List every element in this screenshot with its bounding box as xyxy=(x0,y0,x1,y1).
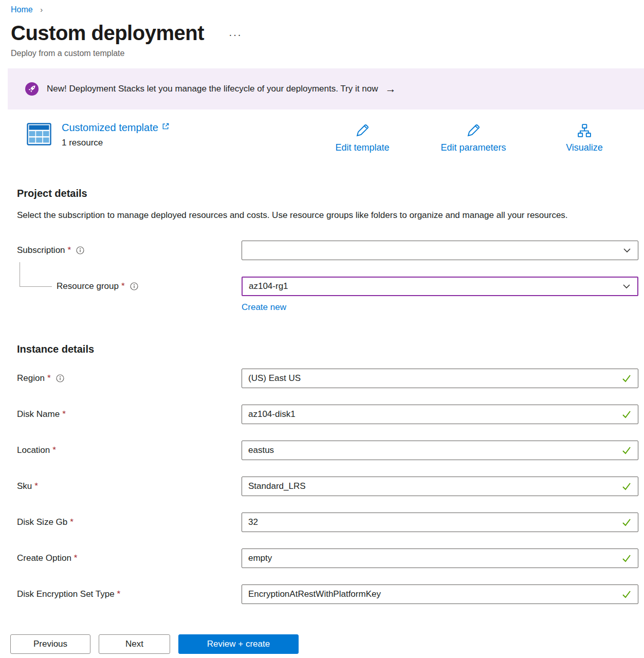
region-field-row: Region * (US) East US xyxy=(17,369,644,388)
next-button[interactable]: Next xyxy=(99,634,170,654)
disk-name-value: az104-disk1 xyxy=(248,409,621,419)
edit-parameters-label: Edit parameters xyxy=(440,142,506,153)
pencil-icon xyxy=(355,123,370,138)
info-icon[interactable] xyxy=(130,282,138,290)
valid-check-icon xyxy=(621,589,632,599)
banner-message: New! Deployment Stacks let you manage th… xyxy=(47,84,378,94)
breadcrumb-separator-icon: › xyxy=(40,5,43,14)
title-row: Custom deployment ··· xyxy=(0,22,644,45)
location-label: Location xyxy=(17,445,50,455)
region-value: (US) East US xyxy=(248,373,621,383)
disk-size-value: 32 xyxy=(248,517,621,527)
sku-value: Standard_LRS xyxy=(248,481,621,491)
chevron-down-icon xyxy=(622,246,632,255)
arrow-right-icon[interactable]: → xyxy=(385,83,396,95)
required-asterisk: * xyxy=(121,281,125,291)
template-resource-count: 1 resource xyxy=(62,138,170,148)
template-card: Customized template 1 resource Edit temp… xyxy=(27,122,617,155)
review-create-button[interactable]: Review + create xyxy=(178,634,299,654)
disk-encryption-set-type-field-row: Disk Encryption Set Type * EncryptionAtR… xyxy=(17,584,644,604)
resource-group-value: az104-rg1 xyxy=(249,281,622,291)
sku-label: Sku xyxy=(17,481,32,491)
region-input[interactable]: (US) East US xyxy=(242,369,638,388)
disk-size-input[interactable]: 32 xyxy=(242,513,638,532)
rocket-icon xyxy=(25,82,39,96)
valid-check-icon xyxy=(621,445,632,455)
customized-template-link[interactable]: Customized template xyxy=(62,122,158,134)
subscription-dropdown[interactable] xyxy=(242,241,638,260)
visualize-button[interactable]: Visualize xyxy=(543,123,625,153)
instance-details-heading: Instance details xyxy=(17,343,644,355)
project-details-description: Select the subscription to manage deploy… xyxy=(17,209,608,222)
edit-template-label: Edit template xyxy=(335,142,389,153)
breadcrumb-home-link[interactable]: Home xyxy=(11,5,33,14)
required-asterisk: * xyxy=(68,245,71,255)
external-link-icon xyxy=(162,122,170,130)
chevron-down-icon xyxy=(622,282,631,291)
disk-size-label: Disk Size Gb xyxy=(17,517,67,527)
disk-encryption-set-type-value: EncryptionAtRestWithPlatformKey xyxy=(248,589,621,599)
footer-action-bar: Previous Next Review + create xyxy=(0,621,644,658)
sku-input[interactable]: Standard_LRS xyxy=(242,477,638,496)
edit-template-button[interactable]: Edit template xyxy=(321,123,403,153)
create-new-link[interactable]: Create new xyxy=(242,302,286,313)
region-label: Region xyxy=(17,373,45,383)
create-option-label: Create Option xyxy=(17,553,71,563)
location-field-row: Location * eastus xyxy=(17,441,644,460)
create-option-field-row: Create Option * empty xyxy=(17,549,644,568)
create-option-input[interactable]: empty xyxy=(242,549,638,568)
hierarchy-icon xyxy=(577,123,592,138)
disk-name-label: Disk Name xyxy=(17,409,60,419)
required-asterisk: * xyxy=(47,373,51,383)
breadcrumb: Home › xyxy=(0,0,644,14)
location-input[interactable]: eastus xyxy=(242,441,638,460)
subscription-label: Subscription xyxy=(17,245,65,255)
sku-field-row: Sku * Standard_LRS xyxy=(17,477,644,496)
valid-check-icon xyxy=(621,553,632,563)
location-value: eastus xyxy=(248,445,621,455)
subscription-field-row: Subscription * xyxy=(17,241,644,260)
disk-size-field-row: Disk Size Gb * 32 xyxy=(17,513,644,532)
required-asterisk: * xyxy=(74,553,78,563)
required-asterisk: * xyxy=(70,517,73,527)
create-option-value: empty xyxy=(248,553,621,563)
required-asterisk: * xyxy=(34,481,38,491)
valid-check-icon xyxy=(621,373,632,383)
resource-group-dropdown[interactable]: az104-rg1 xyxy=(242,277,638,296)
required-asterisk: * xyxy=(62,409,66,419)
pencil-icon xyxy=(466,123,481,138)
template-meta: Customized template 1 resource xyxy=(62,122,170,148)
deployment-stacks-banner[interactable]: New! Deployment Stacks let you manage th… xyxy=(8,68,644,109)
more-options-button[interactable]: ··· xyxy=(229,29,242,41)
disk-name-field-row: Disk Name * az104-disk1 xyxy=(17,405,644,424)
resource-group-label: Resource group xyxy=(57,281,119,291)
template-actions: Edit template Edit parameters Visualize xyxy=(321,123,625,153)
custom-deployment-page: Home › Custom deployment ··· Deploy from… xyxy=(0,0,644,604)
visualize-label: Visualize xyxy=(566,142,603,153)
previous-button[interactable]: Previous xyxy=(10,634,90,654)
page-title: Custom deployment xyxy=(11,22,204,45)
disk-encryption-set-type-label: Disk Encryption Set Type xyxy=(17,589,115,599)
disk-encryption-set-type-input[interactable]: EncryptionAtRestWithPlatformKey xyxy=(242,584,638,604)
template-icon xyxy=(27,123,51,145)
valid-check-icon xyxy=(621,481,632,491)
disk-name-input[interactable]: az104-disk1 xyxy=(242,405,638,424)
required-asterisk: * xyxy=(117,589,121,599)
edit-parameters-button[interactable]: Edit parameters xyxy=(432,123,514,153)
project-details-heading: Project details xyxy=(17,188,644,199)
valid-check-icon xyxy=(621,409,632,419)
info-icon[interactable] xyxy=(76,246,84,254)
resource-group-field-row: Resource group * az104-rg1 xyxy=(17,277,644,296)
info-icon[interactable] xyxy=(56,374,64,382)
valid-check-icon xyxy=(621,517,632,527)
page-subtitle: Deploy from a custom template xyxy=(0,49,644,58)
required-asterisk: * xyxy=(52,445,56,455)
